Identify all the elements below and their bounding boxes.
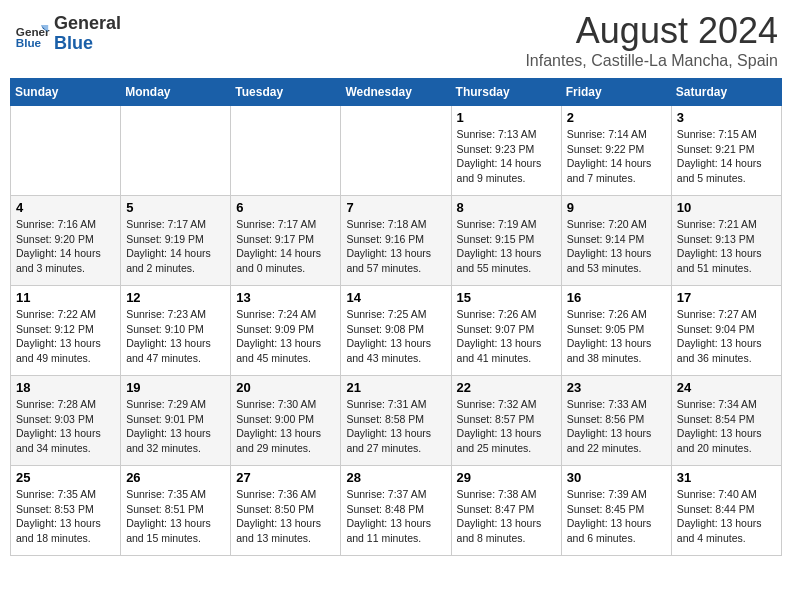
day-cell: 5Sunrise: 7:17 AM Sunset: 9:19 PM Daylig… [121, 196, 231, 286]
day-cell: 21Sunrise: 7:31 AM Sunset: 8:58 PM Dayli… [341, 376, 451, 466]
calendar-header-row: SundayMondayTuesdayWednesdayThursdayFrid… [11, 79, 782, 106]
calendar-body: 1Sunrise: 7:13 AM Sunset: 9:23 PM Daylig… [11, 106, 782, 556]
logo-text: General Blue [54, 14, 121, 54]
day-number: 23 [567, 380, 666, 395]
day-number: 9 [567, 200, 666, 215]
day-info: Sunrise: 7:38 AM Sunset: 8:47 PM Dayligh… [457, 487, 556, 546]
day-number: 22 [457, 380, 556, 395]
day-cell: 10Sunrise: 7:21 AM Sunset: 9:13 PM Dayli… [671, 196, 781, 286]
day-number: 7 [346, 200, 445, 215]
day-info: Sunrise: 7:23 AM Sunset: 9:10 PM Dayligh… [126, 307, 225, 366]
day-number: 18 [16, 380, 115, 395]
day-info: Sunrise: 7:26 AM Sunset: 9:07 PM Dayligh… [457, 307, 556, 366]
day-cell [341, 106, 451, 196]
day-number: 28 [346, 470, 445, 485]
day-number: 17 [677, 290, 776, 305]
day-info: Sunrise: 7:27 AM Sunset: 9:04 PM Dayligh… [677, 307, 776, 366]
day-number: 5 [126, 200, 225, 215]
day-number: 4 [16, 200, 115, 215]
day-number: 15 [457, 290, 556, 305]
week-row-2: 4Sunrise: 7:16 AM Sunset: 9:20 PM Daylig… [11, 196, 782, 286]
day-cell: 31Sunrise: 7:40 AM Sunset: 8:44 PM Dayli… [671, 466, 781, 556]
logo: General Blue General Blue [14, 14, 121, 54]
day-number: 25 [16, 470, 115, 485]
svg-text:Blue: Blue [16, 35, 42, 48]
day-number: 13 [236, 290, 335, 305]
day-info: Sunrise: 7:25 AM Sunset: 9:08 PM Dayligh… [346, 307, 445, 366]
day-cell: 29Sunrise: 7:38 AM Sunset: 8:47 PM Dayli… [451, 466, 561, 556]
day-number: 21 [346, 380, 445, 395]
main-title: August 2024 [525, 10, 778, 52]
subtitle: Infantes, Castille-La Mancha, Spain [525, 52, 778, 70]
day-cell: 24Sunrise: 7:34 AM Sunset: 8:54 PM Dayli… [671, 376, 781, 466]
day-cell: 4Sunrise: 7:16 AM Sunset: 9:20 PM Daylig… [11, 196, 121, 286]
day-cell: 28Sunrise: 7:37 AM Sunset: 8:48 PM Dayli… [341, 466, 451, 556]
day-info: Sunrise: 7:24 AM Sunset: 9:09 PM Dayligh… [236, 307, 335, 366]
day-info: Sunrise: 7:13 AM Sunset: 9:23 PM Dayligh… [457, 127, 556, 186]
day-cell: 7Sunrise: 7:18 AM Sunset: 9:16 PM Daylig… [341, 196, 451, 286]
column-header-wednesday: Wednesday [341, 79, 451, 106]
day-number: 16 [567, 290, 666, 305]
column-header-thursday: Thursday [451, 79, 561, 106]
week-row-3: 11Sunrise: 7:22 AM Sunset: 9:12 PM Dayli… [11, 286, 782, 376]
day-cell: 14Sunrise: 7:25 AM Sunset: 9:08 PM Dayli… [341, 286, 451, 376]
day-number: 29 [457, 470, 556, 485]
day-info: Sunrise: 7:35 AM Sunset: 8:53 PM Dayligh… [16, 487, 115, 546]
day-info: Sunrise: 7:19 AM Sunset: 9:15 PM Dayligh… [457, 217, 556, 276]
day-cell: 30Sunrise: 7:39 AM Sunset: 8:45 PM Dayli… [561, 466, 671, 556]
day-cell: 8Sunrise: 7:19 AM Sunset: 9:15 PM Daylig… [451, 196, 561, 286]
day-cell [121, 106, 231, 196]
day-cell: 23Sunrise: 7:33 AM Sunset: 8:56 PM Dayli… [561, 376, 671, 466]
day-info: Sunrise: 7:35 AM Sunset: 8:51 PM Dayligh… [126, 487, 225, 546]
day-cell [11, 106, 121, 196]
day-info: Sunrise: 7:20 AM Sunset: 9:14 PM Dayligh… [567, 217, 666, 276]
column-header-friday: Friday [561, 79, 671, 106]
day-info: Sunrise: 7:15 AM Sunset: 9:21 PM Dayligh… [677, 127, 776, 186]
day-number: 27 [236, 470, 335, 485]
day-info: Sunrise: 7:39 AM Sunset: 8:45 PM Dayligh… [567, 487, 666, 546]
column-header-sunday: Sunday [11, 79, 121, 106]
day-info: Sunrise: 7:40 AM Sunset: 8:44 PM Dayligh… [677, 487, 776, 546]
day-info: Sunrise: 7:30 AM Sunset: 9:00 PM Dayligh… [236, 397, 335, 456]
day-number: 19 [126, 380, 225, 395]
day-info: Sunrise: 7:33 AM Sunset: 8:56 PM Dayligh… [567, 397, 666, 456]
day-number: 1 [457, 110, 556, 125]
day-number: 10 [677, 200, 776, 215]
day-cell: 13Sunrise: 7:24 AM Sunset: 9:09 PM Dayli… [231, 286, 341, 376]
day-number: 14 [346, 290, 445, 305]
day-number: 2 [567, 110, 666, 125]
logo-blue: Blue [54, 34, 121, 54]
day-number: 8 [457, 200, 556, 215]
logo-general: General [54, 14, 121, 34]
day-cell: 18Sunrise: 7:28 AM Sunset: 9:03 PM Dayli… [11, 376, 121, 466]
day-info: Sunrise: 7:17 AM Sunset: 9:17 PM Dayligh… [236, 217, 335, 276]
day-cell: 11Sunrise: 7:22 AM Sunset: 9:12 PM Dayli… [11, 286, 121, 376]
day-info: Sunrise: 7:26 AM Sunset: 9:05 PM Dayligh… [567, 307, 666, 366]
day-number: 6 [236, 200, 335, 215]
column-header-tuesday: Tuesday [231, 79, 341, 106]
day-number: 30 [567, 470, 666, 485]
column-header-monday: Monday [121, 79, 231, 106]
day-info: Sunrise: 7:36 AM Sunset: 8:50 PM Dayligh… [236, 487, 335, 546]
day-cell: 15Sunrise: 7:26 AM Sunset: 9:07 PM Dayli… [451, 286, 561, 376]
day-number: 26 [126, 470, 225, 485]
day-cell [231, 106, 341, 196]
day-cell: 26Sunrise: 7:35 AM Sunset: 8:51 PM Dayli… [121, 466, 231, 556]
day-info: Sunrise: 7:29 AM Sunset: 9:01 PM Dayligh… [126, 397, 225, 456]
day-cell: 6Sunrise: 7:17 AM Sunset: 9:17 PM Daylig… [231, 196, 341, 286]
calendar-table: SundayMondayTuesdayWednesdayThursdayFrid… [10, 78, 782, 556]
day-info: Sunrise: 7:28 AM Sunset: 9:03 PM Dayligh… [16, 397, 115, 456]
day-cell: 16Sunrise: 7:26 AM Sunset: 9:05 PM Dayli… [561, 286, 671, 376]
day-number: 3 [677, 110, 776, 125]
day-number: 24 [677, 380, 776, 395]
day-cell: 19Sunrise: 7:29 AM Sunset: 9:01 PM Dayli… [121, 376, 231, 466]
title-block: August 2024 Infantes, Castille-La Mancha… [525, 10, 778, 70]
day-cell: 17Sunrise: 7:27 AM Sunset: 9:04 PM Dayli… [671, 286, 781, 376]
page-header: General Blue General Blue August 2024 In… [10, 10, 782, 70]
day-number: 12 [126, 290, 225, 305]
day-number: 31 [677, 470, 776, 485]
day-cell: 12Sunrise: 7:23 AM Sunset: 9:10 PM Dayli… [121, 286, 231, 376]
day-cell: 1Sunrise: 7:13 AM Sunset: 9:23 PM Daylig… [451, 106, 561, 196]
day-cell: 2Sunrise: 7:14 AM Sunset: 9:22 PM Daylig… [561, 106, 671, 196]
week-row-5: 25Sunrise: 7:35 AM Sunset: 8:53 PM Dayli… [11, 466, 782, 556]
